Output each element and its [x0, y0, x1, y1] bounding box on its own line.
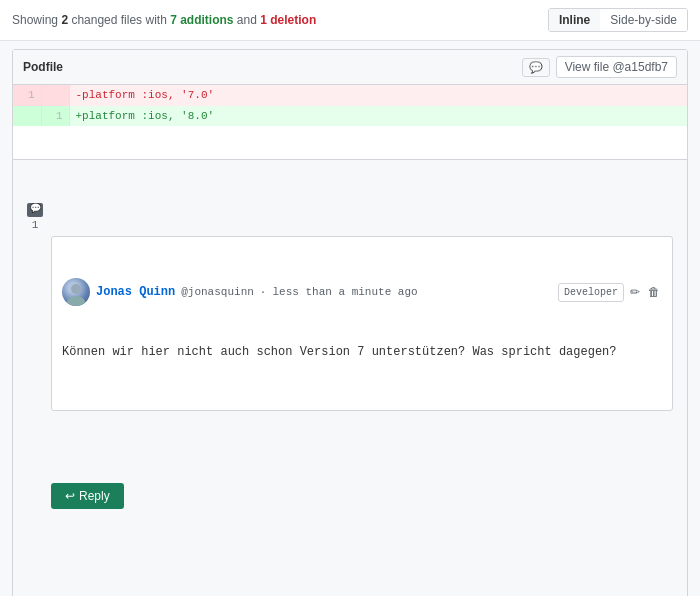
comment-handle: @jonasquinn [181, 284, 254, 301]
avatar [62, 278, 90, 306]
inline-btn[interactable]: Inline [549, 9, 600, 31]
comment-count: 💬 1 [27, 203, 43, 234]
svg-point-1 [67, 296, 85, 306]
svg-point-0 [71, 284, 81, 294]
edit-comment-btn[interactable]: ✏ [628, 283, 642, 301]
author-name: Jonas Quinn [96, 283, 175, 301]
sidebyside-btn[interactable]: Side-by-side [600, 9, 687, 31]
reply-area: ↩ Reply [51, 450, 673, 542]
reply-icon: ↩ [65, 489, 75, 503]
comment-badges: Developer ✏ 🗑 [558, 283, 662, 302]
comment-icon-btn[interactable]: 💬 [522, 58, 550, 77]
bubble-icon: 💬 [27, 203, 43, 217]
comment-time: · [260, 284, 267, 301]
table-row: 1 -platform :ios, '7.0' [13, 85, 687, 106]
comment-author: Jonas Quinn @jonasquinn · less than a mi… [62, 278, 418, 306]
delete-comment-btn[interactable]: 🗑 [646, 283, 662, 301]
table-row: 1 +platform :ios, '8.0' [13, 106, 687, 127]
podfile-actions: 💬 View file @a15dfb7 [522, 56, 677, 78]
comment-block: 💬 1 [13, 159, 687, 596]
podfile-view-btn[interactable]: View file @a15dfb7 [556, 56, 677, 78]
view-toggle: Inline Side-by-side [548, 8, 688, 32]
inline-comment-row: 💬 1 [13, 126, 687, 596]
diff-summary: Showing 2 changed files with 7 additions… [12, 13, 316, 27]
reply-btn[interactable]: ↩ Reply [51, 483, 124, 509]
comment-timestamp: less than a minute ago [272, 284, 417, 301]
podfile-header: Podfile 💬 View file @a15dfb7 [13, 50, 687, 85]
top-bar: Showing 2 changed files with 7 additions… [0, 0, 700, 41]
developer-badge: Developer [558, 283, 624, 302]
podfile-section: Podfile 💬 View file @a15dfb7 1 -platform… [12, 49, 688, 596]
podfile-diff: 1 -platform :ios, '7.0' 1 +platform :ios… [13, 85, 687, 596]
comment-inner: Jonas Quinn @jonasquinn · less than a mi… [51, 203, 673, 575]
comment-body: Können wir hier nicht auch schon Version… [62, 343, 662, 361]
podfile-name: Podfile [23, 60, 63, 74]
comment-meta: Jonas Quinn @jonasquinn · less than a mi… [62, 278, 662, 306]
